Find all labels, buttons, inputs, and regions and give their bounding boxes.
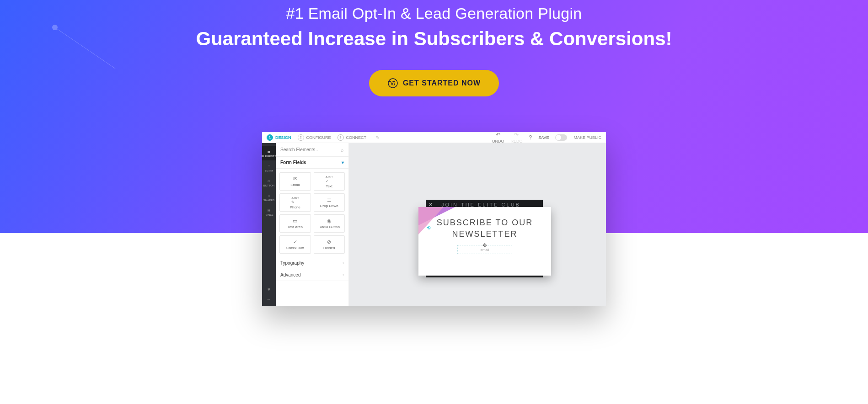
- move-handle-icon[interactable]: ✥: [481, 242, 488, 249]
- toolbar-bottom: ♥ →: [262, 287, 276, 306]
- field-checkbox[interactable]: ✓Check Box: [279, 235, 311, 254]
- step-label: DESIGN: [275, 135, 291, 140]
- shapes-icon: ◇: [266, 192, 272, 198]
- textarea-icon: ▭: [293, 218, 297, 224]
- button-icon: ▭: [266, 178, 272, 183]
- chevron-right-icon: ›: [343, 261, 344, 265]
- app-preview-window: 1 DESIGN 2 CONFIGURE 3 CONNECT ✎ ↶UNDO ↷…: [262, 132, 606, 306]
- chevron-right-icon: ›: [343, 273, 344, 277]
- elements-panel: ⌕ Form Fields▾ ✉Email ABC✓Text ABC✎Phone…: [276, 143, 349, 306]
- field-text[interactable]: ABC✓Text: [314, 172, 345, 191]
- topbar-right: ↶UNDO ↷REDO ? SAVE MAKE PUBLIC: [492, 132, 601, 144]
- email-input-placeholder[interactable]: ✥ email: [457, 245, 512, 254]
- check-icon: ✓: [293, 239, 297, 245]
- field-dropdown[interactable]: ☰Drop Down: [314, 193, 345, 212]
- publish-label: MAKE PUBLIC: [573, 135, 601, 140]
- step-label: CONNECT: [346, 135, 367, 140]
- toolbar-elements[interactable]: ▦ELEMENTS: [262, 146, 276, 160]
- step-configure[interactable]: 2 CONFIGURE: [298, 134, 331, 141]
- hero-subtitle: #1 Email Opt-In & Lead Generation Plugin: [0, 5, 868, 22]
- field-hidden[interactable]: ⊘Hidden: [314, 235, 345, 254]
- text-abc-icon: ABC✓: [326, 175, 333, 183]
- undo-button[interactable]: ↶UNDO: [492, 132, 504, 144]
- hero-title: Guaranteed Increase in Subscribers & Con…: [0, 28, 868, 50]
- get-started-button[interactable]: GET STARTED NOW: [369, 70, 499, 96]
- expand-icon[interactable]: →: [267, 297, 272, 302]
- wordpress-icon: [387, 78, 398, 89]
- search-input[interactable]: [280, 147, 341, 152]
- step-label: CONFIGURE: [306, 135, 331, 140]
- pencil-icon[interactable]: ✎: [375, 135, 379, 140]
- panel-icon: ▤: [266, 207, 272, 213]
- design-canvas[interactable]: ✕ JOIN THE ELITE CLUB ⟲ SUBSCRIBE TO OUR…: [349, 143, 606, 306]
- grid-icon: ▦: [266, 149, 272, 154]
- modal-foreground-layer[interactable]: ⟲ SUBSCRIBE TO OUR NEWSLETTER ✥ email: [418, 207, 551, 276]
- field-textarea[interactable]: ▭Text Area: [279, 214, 311, 233]
- heart-icon[interactable]: ♥: [268, 287, 271, 292]
- chevron-down-icon: ▾: [342, 160, 344, 165]
- left-toolbar: ▦ELEMENTS ☰FORM ▭BUTTON ◇SHAPES ▤PANEL ♥…: [262, 143, 276, 306]
- toolbar-shapes[interactable]: ◇SHAPES: [262, 190, 276, 204]
- section-typography[interactable]: Typography›: [276, 257, 348, 269]
- step-design[interactable]: 1 DESIGN: [267, 134, 291, 141]
- toolbar-button[interactable]: ▭BUTTON: [262, 175, 276, 190]
- field-radio[interactable]: ◉Radio Button: [314, 214, 345, 233]
- radio-icon: ◉: [327, 218, 332, 224]
- field-phone[interactable]: ABC✎Phone: [279, 193, 311, 212]
- search-icon: ⌕: [341, 147, 344, 153]
- redo-button[interactable]: ↷REDO: [510, 132, 522, 144]
- field-email[interactable]: ✉Email: [279, 172, 311, 191]
- step-number: 3: [338, 134, 344, 141]
- search-row: ⌕: [276, 143, 348, 157]
- app-topbar: 1 DESIGN 2 CONFIGURE 3 CONNECT ✎ ↶UNDO ↷…: [262, 132, 606, 143]
- step-number: 1: [267, 134, 273, 141]
- undo-icon: ↶: [496, 132, 500, 138]
- toolbar-panel[interactable]: ▤PANEL: [262, 204, 276, 219]
- list-icon: ☰: [327, 197, 332, 203]
- app-body: ▦ELEMENTS ☰FORM ▭BUTTON ◇SHAPES ▤PANEL ♥…: [262, 143, 606, 306]
- save-button[interactable]: SAVE: [538, 135, 549, 140]
- toolbar-form[interactable]: ☰FORM: [262, 160, 276, 175]
- selection-marker-icon: ⟲: [427, 225, 430, 230]
- publish-toggle[interactable]: [555, 134, 567, 141]
- form-icon: ☰: [266, 163, 272, 169]
- step-connect[interactable]: 3 CONNECT: [338, 134, 367, 141]
- eye-off-icon: ⊘: [327, 239, 331, 245]
- help-button[interactable]: ?: [529, 134, 532, 141]
- decorative-triangle: [418, 207, 444, 234]
- hero-section: #1 Email Opt-In & Lead Generation Plugin…: [0, 0, 868, 96]
- step-number: 2: [298, 134, 304, 141]
- phone-abc-icon: ABC✎: [291, 196, 299, 204]
- redo-icon: ↷: [514, 132, 519, 138]
- field-grid: ✉Email ABC✓Text ABC✎Phone ☰Drop Down ▭Te…: [276, 169, 348, 257]
- section-advanced[interactable]: Advanced›: [276, 269, 348, 281]
- envelope-icon: ✉: [293, 176, 297, 182]
- cta-label: GET STARTED NOW: [403, 79, 481, 87]
- section-form-fields[interactable]: Form Fields▾: [276, 157, 348, 169]
